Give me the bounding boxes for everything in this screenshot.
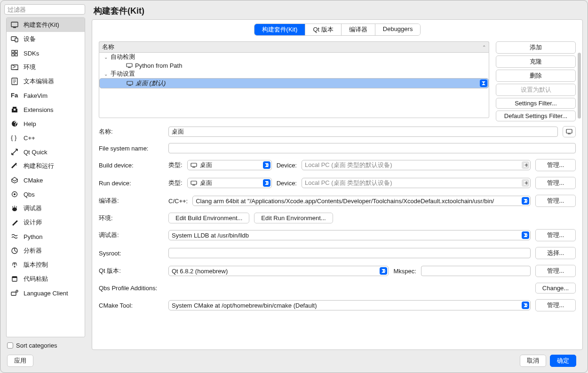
qt-manage-button[interactable]: 管理... <box>535 265 576 277</box>
run-device-manage-button[interactable]: 管理... <box>535 177 576 189</box>
category-icon: ? <box>10 119 19 128</box>
category-icon <box>10 275 19 283</box>
scrollbar[interactable] <box>578 53 581 119</box>
svg-rect-39 <box>566 129 572 133</box>
tab-1[interactable]: Qt 版本 <box>305 24 341 35</box>
svg-text:{ }: { } <box>11 135 17 141</box>
filter-input[interactable] <box>4 4 85 15</box>
tab-2[interactable]: 编译器 <box>342 24 375 35</box>
preferences-window: 构建套件(Kit)设备SDKs>_环境文本编辑器FakeFakeVimExten… <box>0 0 588 373</box>
sysroot-choose-button[interactable]: 选择... <box>535 247 576 259</box>
svg-rect-43 <box>191 181 197 184</box>
debugger-label: 调试器: <box>99 231 165 239</box>
qt-version-select[interactable]: Qt 6.8.2 (homebrew) <box>168 266 389 276</box>
mkspec-input[interactable] <box>421 266 531 276</box>
kit-tree[interactable]: ⌄自动检测Python from Path⌄手动设置桌面 (默认) <box>99 52 489 118</box>
svg-rect-3 <box>15 38 18 42</box>
svg-rect-36 <box>128 67 131 68</box>
settings-filter-button[interactable]: Settings Filter... <box>496 98 576 109</box>
svg-point-28 <box>16 221 18 222</box>
category-icon <box>10 77 19 86</box>
cmake-tool-label: CMake Tool: <box>99 302 165 309</box>
category-icon <box>10 232 19 241</box>
sidebar-item-7[interactable]: ?Help <box>7 117 85 131</box>
sidebar-item-12[interactable]: Qbs <box>7 187 85 201</box>
delete-button[interactable]: 删除 <box>496 70 576 82</box>
sidebar-item-13[interactable]: 调试器 <box>7 201 85 215</box>
category-list[interactable]: 构建套件(Kit)设备SDKs>_环境文本编辑器FakeFakeVimExten… <box>6 17 85 337</box>
sidebar-item-11[interactable]: CMake <box>7 173 85 187</box>
compiler-manage-button[interactable]: 管理... <box>535 195 576 207</box>
tree-group[interactable]: ⌄自动检测 <box>99 53 489 61</box>
sidebar-item-8[interactable]: { }C++ <box>7 131 85 145</box>
debugger-manage-button[interactable]: 管理... <box>535 229 576 241</box>
svg-point-30 <box>14 266 16 268</box>
cmake-tool-select[interactable]: System CMake at /opt/homebrew/bin/cmake … <box>168 300 531 310</box>
build-type-select[interactable]: 桌面 <box>187 160 272 170</box>
build-device-label: Build device: <box>99 162 165 169</box>
sysroot-input[interactable] <box>168 248 531 258</box>
sidebar-item-17[interactable]: 版本控制 <box>7 258 85 272</box>
svg-rect-44 <box>192 185 195 185</box>
tree-group[interactable]: ⌄手动设置 <box>99 70 489 78</box>
cmake-manage-button[interactable]: 管理... <box>535 299 576 311</box>
sidebar-item-4[interactable]: 文本编辑器 <box>7 74 85 88</box>
sidebar-item-6[interactable]: Extensions <box>7 103 85 117</box>
clone-button[interactable]: 克隆 <box>496 56 576 68</box>
svg-rect-16 <box>12 109 14 112</box>
sidebar-item-3[interactable]: >_环境 <box>7 60 85 74</box>
desktop-icon <box>191 181 197 186</box>
category-icon <box>10 176 19 184</box>
sidebar-item-9[interactable]: Qt Quick <box>7 145 85 159</box>
device-icon-button[interactable] <box>563 126 576 137</box>
sidebar-item-1[interactable]: 设备 <box>7 32 85 46</box>
sidebar-item-19[interactable]: Language Client <box>7 286 85 300</box>
tree-item[interactable]: 桌面 (默认) <box>99 78 489 88</box>
sidebar: 构建套件(Kit)设备SDKs>_环境文本编辑器FakeFakeVimExten… <box>0 0 89 373</box>
apply-button[interactable]: 应用 <box>7 355 33 367</box>
env-label: 环境: <box>99 214 165 222</box>
sort-categories-checkbox[interactable] <box>7 342 13 349</box>
svg-rect-4 <box>12 50 14 53</box>
svg-rect-35 <box>127 63 132 67</box>
svg-rect-15 <box>13 107 16 109</box>
edit-run-env-button[interactable]: Edit Run Environment... <box>254 213 333 223</box>
tree-item[interactable]: Python from Path <box>99 61 489 70</box>
tab-0[interactable]: 构建套件(Kit) <box>254 24 306 35</box>
sidebar-item-0[interactable]: 构建套件(Kit) <box>7 18 85 32</box>
svg-text:>_: >_ <box>12 64 18 70</box>
category-icon <box>10 218 19 227</box>
run-type-select[interactable]: 桌面 <box>187 178 272 188</box>
sidebar-item-5[interactable]: FakeFakeVim <box>7 88 85 103</box>
tab-3[interactable]: Debuggers <box>375 24 421 35</box>
make-default-button[interactable]: 设置为默认 <box>496 84 576 96</box>
tabbar: 构建套件(Kit)Qt 版本编译器Debuggers <box>92 20 582 36</box>
ok-button[interactable]: 确定 <box>550 355 576 367</box>
default-settings-filter-button[interactable]: Default Settings Filter... <box>496 111 576 121</box>
sort-categories-label: Sort categories <box>16 342 57 349</box>
name-input[interactable] <box>168 127 558 137</box>
svg-rect-38 <box>128 85 131 86</box>
sidebar-item-2[interactable]: SDKs <box>7 46 85 60</box>
sidebar-item-14[interactable]: 设计师 <box>7 215 85 230</box>
svg-text:?: ? <box>14 120 17 127</box>
run-device-label: Run device: <box>99 180 165 187</box>
sidebar-item-10[interactable]: 构建和运行 <box>7 159 85 173</box>
add-button[interactable]: 添加 <box>496 41 576 54</box>
sidebar-item-15[interactable]: Python <box>7 230 85 244</box>
tree-header[interactable]: 名称 ⌃ <box>99 41 489 52</box>
run-device-select[interactable]: Local PC (桌面 类型的默认设备) <box>302 178 531 188</box>
fs-name-input[interactable] <box>168 143 576 153</box>
kit-panel: 构建套件(Kit)Qt 版本编译器Debuggers 名称 ⌃ ⌄自动检测Pyt… <box>92 19 583 350</box>
compiler-select[interactable]: Clang arm 64bit at "/Applications/Xcode.… <box>192 196 531 206</box>
category-icon <box>10 204 19 213</box>
qbs-change-button[interactable]: Change... <box>535 283 576 294</box>
cancel-button[interactable]: 取消 <box>520 355 546 367</box>
debugger-select[interactable]: System LLDB at /usr/bin/lldb <box>168 230 531 240</box>
edit-build-env-button[interactable]: Edit Build Environment... <box>168 213 249 223</box>
build-device-select[interactable]: Local PC (桌面 类型的默认设备) <box>302 160 531 170</box>
svg-rect-37 <box>127 81 133 85</box>
sidebar-item-16[interactable]: 分析器 <box>7 244 85 258</box>
build-device-manage-button[interactable]: 管理... <box>535 159 576 171</box>
sidebar-item-18[interactable]: 代码粘贴 <box>7 272 85 286</box>
